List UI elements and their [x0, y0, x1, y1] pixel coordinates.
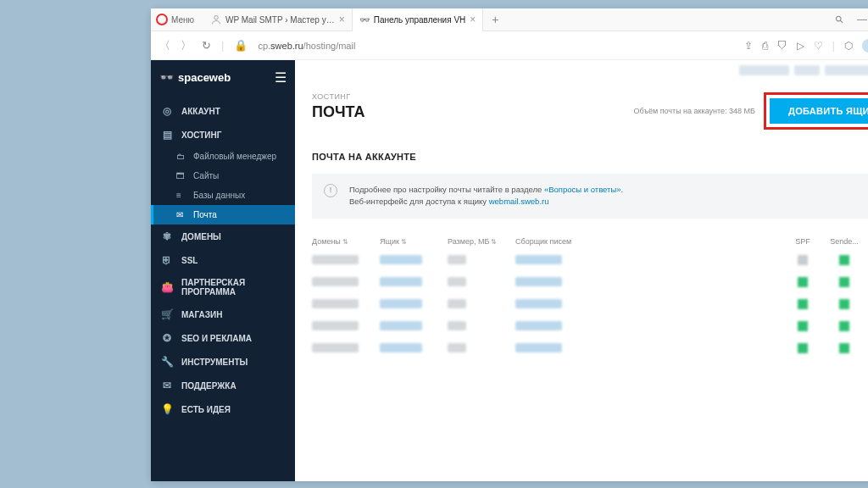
nav-label: ИНСТРУМЕНТЫ — [181, 358, 248, 367]
nav-label: Базы данных — [193, 191, 245, 200]
opera-icon — [156, 14, 168, 25]
sidebar-item[interactable]: ▤ХОСТИНГ — [151, 123, 295, 147]
nav-label: ДОМЕНЫ — [181, 232, 221, 241]
nav-icon: 💡 — [161, 403, 173, 415]
back-button[interactable]: 〈 — [159, 38, 170, 53]
nav-icon: 🗀 — [176, 152, 186, 161]
reload-button[interactable]: ↻ — [202, 39, 211, 52]
url-display[interactable]: cp.sweb.ru/hosting/mail — [258, 41, 355, 51]
toolbar-icons: ⇪ ⎙ ⛉ ▷ ♡ | ⬡ ⤓ ≡ — [744, 39, 868, 53]
page-header: ХОСТИНГ ПОЧТА Объём почты на аккаунте: 3… — [312, 92, 868, 130]
sidebar-subitem[interactable]: ≡Базы данных — [151, 186, 295, 205]
table-row[interactable] — [312, 271, 868, 293]
quota-label: Объём почты на аккаунте: 348 МБ — [633, 107, 755, 115]
nav-icon: ✉ — [176, 210, 186, 219]
nav-icon: ✾ — [161, 230, 173, 242]
nav-icon: 👛 — [161, 281, 173, 293]
avatar[interactable] — [862, 39, 868, 53]
col-spf[interactable]: SPF — [783, 237, 822, 246]
sidebar-item[interactable]: 💡ЕСТЬ ИДЕЯ — [151, 397, 295, 421]
info-icon: ! — [324, 184, 337, 197]
person-icon — [211, 14, 221, 25]
table-row[interactable] — [312, 337, 868, 359]
svg-point-0 — [214, 16, 219, 20]
sidebar-item[interactable]: 👛ПАРТНЕРСКАЯ ПРОГРАММА — [151, 272, 295, 302]
main-panel: ХОСТИНГ ПОЧТА Объём почты на аккаунте: 3… — [295, 60, 868, 481]
table-row[interactable] — [312, 315, 868, 337]
page-content: 👓 spaceweb ☰ ◎АККАУНТ▤ХОСТИНГ🗀Файловый м… — [151, 60, 868, 481]
breadcrumb: ХОСТИНГ — [312, 92, 364, 101]
spaceweb-favicon: 👓 — [359, 15, 370, 25]
lock-icon: 🔒 — [234, 39, 248, 52]
col-collector[interactable]: Сборщик писем — [515, 237, 617, 246]
col-sender[interactable]: Sende... — [822, 237, 866, 246]
table-row[interactable] — [312, 293, 868, 315]
nav-icon: ▤ — [161, 129, 173, 141]
nav-label: ПАРТНЕРСКАЯ ПРОГРАММА — [181, 278, 285, 297]
tab-active[interactable]: 👓 Панель управления VH × — [353, 8, 484, 31]
nav-label: Файловый менеджер — [193, 152, 276, 161]
heart-icon[interactable]: ♡ — [814, 40, 823, 52]
highlight-box: ДОБАВИТЬ ЯЩИК — [764, 92, 868, 130]
sidebar-item[interactable]: ✾ДОМЕНЫ — [151, 225, 295, 248]
info-text: Подробнее про настройку почты читайте в … — [349, 184, 623, 208]
header-user-blur — [739, 65, 868, 79]
col-box[interactable]: Ящик⇅ — [380, 237, 448, 246]
nav-label: МАГАЗИН — [181, 310, 223, 319]
browser-window: Меню WP Mail SMTP › Мастер у… × 👓 Панель… — [151, 8, 868, 481]
nav-label: ХОСТИНГ — [181, 130, 221, 140]
search-icon[interactable]: ⚲ — [832, 13, 846, 26]
col-size[interactable]: Размер, МБ⇅ — [448, 237, 515, 246]
sidebar-subitem[interactable]: 🗀Файловый менеджер — [151, 147, 295, 166]
nav-icon: 🛒 — [161, 308, 173, 320]
table-header: Домены⇅ Ящик⇅ Размер, МБ⇅ Сборщик писем … — [312, 234, 868, 249]
sidebar-item[interactable]: ✪SEO И РЕКЛАМА — [151, 326, 295, 350]
table-row[interactable] — [312, 249, 868, 271]
col-domains[interactable]: Домены⇅ — [312, 237, 380, 246]
logo[interactable]: 👓 spaceweb — [159, 70, 231, 84]
window-controls: ⚲ — ☐ ✕ — [836, 14, 868, 25]
nav-label: SEO И РЕКЛАМА — [181, 334, 252, 343]
browser-menu[interactable]: Меню — [171, 15, 194, 25]
nav-icon: ✉ — [161, 380, 173, 391]
logo-text: spaceweb — [178, 71, 231, 84]
sidebar-item[interactable]: 🛒МАГАЗИН — [151, 302, 295, 326]
minimize-button[interactable]: — — [857, 14, 867, 25]
nav-label: ПОДДЕРЖКА — [181, 381, 236, 391]
sidebar-item[interactable]: 🔧ИНСТРУМЕНТЫ — [151, 350, 295, 374]
add-mailbox-button[interactable]: ДОБАВИТЬ ЯЩИК — [770, 98, 868, 124]
browser-tab-bar: Меню WP Mail SMTP › Мастер у… × 👓 Панель… — [151, 8, 868, 31]
share-icon[interactable]: ⇪ — [744, 40, 753, 52]
forward-button[interactable]: 〉 — [181, 38, 192, 53]
sidebar-item[interactable]: ⛨SSL — [151, 248, 295, 272]
tab-label: Панель управления VH — [374, 15, 466, 25]
sidebar: 👓 spaceweb ☰ ◎АККАУНТ▤ХОСТИНГ🗀Файловый м… — [151, 60, 295, 481]
sidebar-nav: ◎АККАУНТ▤ХОСТИНГ🗀Файловый менеджер🗔Сайты… — [151, 94, 295, 426]
shield-icon[interactable]: ⛉ — [777, 40, 787, 52]
address-bar: 〈 〉 ↻ | 🔒 cp.sweb.ru/hosting/mail ⇪ ⎙ ⛉ … — [151, 31, 868, 60]
faq-link[interactable]: «Вопросы и ответы» — [544, 185, 621, 194]
mail-table: Домены⇅ Ящик⇅ Размер, МБ⇅ Сборщик писем … — [312, 234, 868, 359]
sidebar-subitem[interactable]: ✉Почта — [151, 205, 295, 225]
cube-icon[interactable]: ⬡ — [844, 40, 853, 52]
sidebar-header: 👓 spaceweb ☰ — [151, 60, 295, 94]
nav-label: АККАУНТ — [181, 107, 220, 116]
close-icon[interactable]: × — [470, 14, 476, 25]
nav-icon: 🔧 — [161, 356, 173, 368]
camera-icon[interactable]: ⎙ — [762, 40, 768, 52]
webmail-link[interactable]: webmail.sweb.ru — [489, 197, 549, 206]
nav-label: Почта — [193, 210, 217, 219]
sidebar-item[interactable]: ◎АККАУНТ — [151, 99, 295, 123]
nav-label: ЕСТЬ ИДЕЯ — [181, 405, 231, 414]
divider: | — [832, 40, 835, 52]
info-banner: ! Подробнее про настройку почты читайте … — [312, 174, 868, 219]
page-title: ПОЧТА — [312, 103, 364, 121]
play-icon[interactable]: ▷ — [797, 40, 804, 52]
sidebar-item[interactable]: ✉ПОДДЕРЖКА — [151, 374, 295, 397]
hamburger-icon[interactable]: ☰ — [275, 69, 287, 86]
tab-inactive[interactable]: WP Mail SMTP › Мастер у… × — [204, 8, 353, 31]
nav-icon: ✪ — [161, 332, 173, 344]
sidebar-subitem[interactable]: 🗔Сайты — [151, 166, 295, 186]
new-tab-button[interactable]: + — [483, 13, 507, 26]
close-icon[interactable]: × — [339, 14, 345, 25]
